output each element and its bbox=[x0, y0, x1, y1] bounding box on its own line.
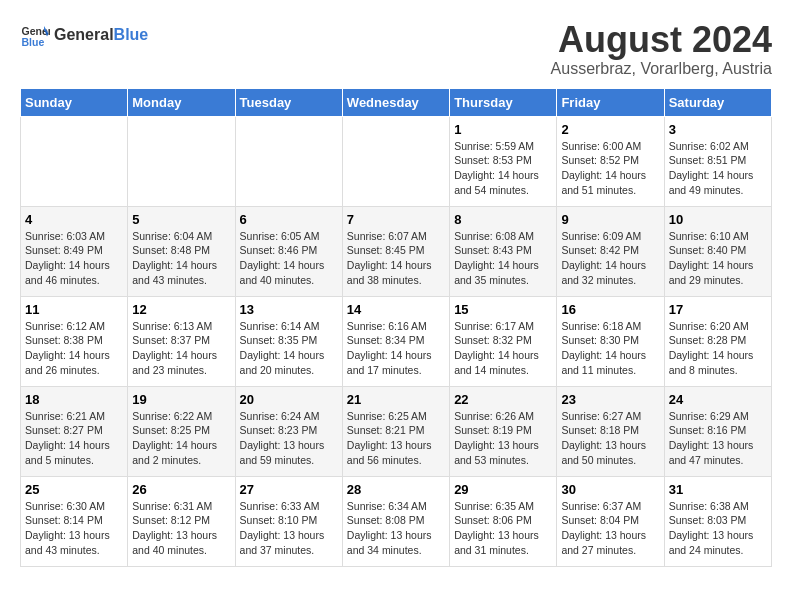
day-cell: 9Sunrise: 6:09 AM Sunset: 8:42 PM Daylig… bbox=[557, 206, 664, 296]
col-header-saturday: Saturday bbox=[664, 88, 771, 116]
day-info: Sunrise: 6:08 AM Sunset: 8:43 PM Dayligh… bbox=[454, 229, 552, 288]
day-cell: 25Sunrise: 6:30 AM Sunset: 8:14 PM Dayli… bbox=[21, 476, 128, 566]
week-row-3: 11Sunrise: 6:12 AM Sunset: 8:38 PM Dayli… bbox=[21, 296, 772, 386]
day-info: Sunrise: 6:14 AM Sunset: 8:35 PM Dayligh… bbox=[240, 319, 338, 378]
col-header-monday: Monday bbox=[128, 88, 235, 116]
day-number: 1 bbox=[454, 122, 552, 137]
day-info: Sunrise: 6:02 AM Sunset: 8:51 PM Dayligh… bbox=[669, 139, 767, 198]
col-header-thursday: Thursday bbox=[450, 88, 557, 116]
day-cell: 2Sunrise: 6:00 AM Sunset: 8:52 PM Daylig… bbox=[557, 116, 664, 206]
day-number: 9 bbox=[561, 212, 659, 227]
col-header-sunday: Sunday bbox=[21, 88, 128, 116]
day-number: 27 bbox=[240, 482, 338, 497]
day-info: Sunrise: 6:04 AM Sunset: 8:48 PM Dayligh… bbox=[132, 229, 230, 288]
page-header: General Blue General Blue August 2024 Au… bbox=[20, 20, 772, 78]
logo-icon: General Blue bbox=[20, 20, 50, 50]
day-info: Sunrise: 6:26 AM Sunset: 8:19 PM Dayligh… bbox=[454, 409, 552, 468]
logo-general-text: General bbox=[54, 26, 114, 44]
day-cell bbox=[21, 116, 128, 206]
day-number: 2 bbox=[561, 122, 659, 137]
day-number: 13 bbox=[240, 302, 338, 317]
day-info: Sunrise: 6:09 AM Sunset: 8:42 PM Dayligh… bbox=[561, 229, 659, 288]
day-info: Sunrise: 6:29 AM Sunset: 8:16 PM Dayligh… bbox=[669, 409, 767, 468]
day-number: 24 bbox=[669, 392, 767, 407]
day-info: Sunrise: 6:35 AM Sunset: 8:06 PM Dayligh… bbox=[454, 499, 552, 558]
day-cell: 15Sunrise: 6:17 AM Sunset: 8:32 PM Dayli… bbox=[450, 296, 557, 386]
logo: General Blue General Blue bbox=[20, 20, 148, 50]
day-info: Sunrise: 6:17 AM Sunset: 8:32 PM Dayligh… bbox=[454, 319, 552, 378]
day-cell: 19Sunrise: 6:22 AM Sunset: 8:25 PM Dayli… bbox=[128, 386, 235, 476]
day-info: Sunrise: 6:25 AM Sunset: 8:21 PM Dayligh… bbox=[347, 409, 445, 468]
day-number: 15 bbox=[454, 302, 552, 317]
day-cell: 13Sunrise: 6:14 AM Sunset: 8:35 PM Dayli… bbox=[235, 296, 342, 386]
day-cell: 5Sunrise: 6:04 AM Sunset: 8:48 PM Daylig… bbox=[128, 206, 235, 296]
logo-blue-text: Blue bbox=[114, 26, 149, 44]
day-number: 31 bbox=[669, 482, 767, 497]
day-number: 7 bbox=[347, 212, 445, 227]
day-info: Sunrise: 6:05 AM Sunset: 8:46 PM Dayligh… bbox=[240, 229, 338, 288]
day-cell: 22Sunrise: 6:26 AM Sunset: 8:19 PM Dayli… bbox=[450, 386, 557, 476]
day-number: 17 bbox=[669, 302, 767, 317]
day-info: Sunrise: 6:12 AM Sunset: 8:38 PM Dayligh… bbox=[25, 319, 123, 378]
week-row-1: 1Sunrise: 5:59 AM Sunset: 8:53 PM Daylig… bbox=[21, 116, 772, 206]
day-number: 4 bbox=[25, 212, 123, 227]
day-info: Sunrise: 6:13 AM Sunset: 8:37 PM Dayligh… bbox=[132, 319, 230, 378]
day-cell: 16Sunrise: 6:18 AM Sunset: 8:30 PM Dayli… bbox=[557, 296, 664, 386]
day-cell: 21Sunrise: 6:25 AM Sunset: 8:21 PM Dayli… bbox=[342, 386, 449, 476]
day-info: Sunrise: 6:21 AM Sunset: 8:27 PM Dayligh… bbox=[25, 409, 123, 468]
day-number: 25 bbox=[25, 482, 123, 497]
day-info: Sunrise: 6:00 AM Sunset: 8:52 PM Dayligh… bbox=[561, 139, 659, 198]
day-info: Sunrise: 6:03 AM Sunset: 8:49 PM Dayligh… bbox=[25, 229, 123, 288]
col-header-tuesday: Tuesday bbox=[235, 88, 342, 116]
day-cell: 1Sunrise: 5:59 AM Sunset: 8:53 PM Daylig… bbox=[450, 116, 557, 206]
calendar-table: SundayMondayTuesdayWednesdayThursdayFrid… bbox=[20, 88, 772, 567]
day-cell: 18Sunrise: 6:21 AM Sunset: 8:27 PM Dayli… bbox=[21, 386, 128, 476]
day-number: 28 bbox=[347, 482, 445, 497]
subtitle: Ausserbraz, Vorarlberg, Austria bbox=[551, 60, 772, 78]
day-info: Sunrise: 6:34 AM Sunset: 8:08 PM Dayligh… bbox=[347, 499, 445, 558]
day-number: 8 bbox=[454, 212, 552, 227]
day-number: 10 bbox=[669, 212, 767, 227]
day-number: 16 bbox=[561, 302, 659, 317]
day-number: 3 bbox=[669, 122, 767, 137]
day-info: Sunrise: 6:10 AM Sunset: 8:40 PM Dayligh… bbox=[669, 229, 767, 288]
col-header-friday: Friday bbox=[557, 88, 664, 116]
day-cell: 20Sunrise: 6:24 AM Sunset: 8:23 PM Dayli… bbox=[235, 386, 342, 476]
day-cell: 10Sunrise: 6:10 AM Sunset: 8:40 PM Dayli… bbox=[664, 206, 771, 296]
day-info: Sunrise: 5:59 AM Sunset: 8:53 PM Dayligh… bbox=[454, 139, 552, 198]
title-block: August 2024 Ausserbraz, Vorarlberg, Aust… bbox=[551, 20, 772, 78]
day-number: 19 bbox=[132, 392, 230, 407]
day-info: Sunrise: 6:07 AM Sunset: 8:45 PM Dayligh… bbox=[347, 229, 445, 288]
day-cell: 28Sunrise: 6:34 AM Sunset: 8:08 PM Dayli… bbox=[342, 476, 449, 566]
day-number: 21 bbox=[347, 392, 445, 407]
day-cell: 11Sunrise: 6:12 AM Sunset: 8:38 PM Dayli… bbox=[21, 296, 128, 386]
day-info: Sunrise: 6:33 AM Sunset: 8:10 PM Dayligh… bbox=[240, 499, 338, 558]
day-info: Sunrise: 6:38 AM Sunset: 8:03 PM Dayligh… bbox=[669, 499, 767, 558]
svg-text:Blue: Blue bbox=[22, 36, 45, 48]
day-info: Sunrise: 6:18 AM Sunset: 8:30 PM Dayligh… bbox=[561, 319, 659, 378]
day-cell: 7Sunrise: 6:07 AM Sunset: 8:45 PM Daylig… bbox=[342, 206, 449, 296]
day-info: Sunrise: 6:37 AM Sunset: 8:04 PM Dayligh… bbox=[561, 499, 659, 558]
week-row-4: 18Sunrise: 6:21 AM Sunset: 8:27 PM Dayli… bbox=[21, 386, 772, 476]
day-number: 5 bbox=[132, 212, 230, 227]
day-number: 11 bbox=[25, 302, 123, 317]
day-cell: 14Sunrise: 6:16 AM Sunset: 8:34 PM Dayli… bbox=[342, 296, 449, 386]
day-info: Sunrise: 6:27 AM Sunset: 8:18 PM Dayligh… bbox=[561, 409, 659, 468]
day-cell: 12Sunrise: 6:13 AM Sunset: 8:37 PM Dayli… bbox=[128, 296, 235, 386]
day-cell: 8Sunrise: 6:08 AM Sunset: 8:43 PM Daylig… bbox=[450, 206, 557, 296]
day-cell bbox=[342, 116, 449, 206]
day-number: 14 bbox=[347, 302, 445, 317]
day-number: 26 bbox=[132, 482, 230, 497]
day-cell: 17Sunrise: 6:20 AM Sunset: 8:28 PM Dayli… bbox=[664, 296, 771, 386]
main-title: August 2024 bbox=[551, 20, 772, 60]
day-number: 29 bbox=[454, 482, 552, 497]
day-cell: 6Sunrise: 6:05 AM Sunset: 8:46 PM Daylig… bbox=[235, 206, 342, 296]
day-cell: 24Sunrise: 6:29 AM Sunset: 8:16 PM Dayli… bbox=[664, 386, 771, 476]
day-cell bbox=[235, 116, 342, 206]
day-cell: 26Sunrise: 6:31 AM Sunset: 8:12 PM Dayli… bbox=[128, 476, 235, 566]
week-row-5: 25Sunrise: 6:30 AM Sunset: 8:14 PM Dayli… bbox=[21, 476, 772, 566]
day-cell: 30Sunrise: 6:37 AM Sunset: 8:04 PM Dayli… bbox=[557, 476, 664, 566]
day-cell bbox=[128, 116, 235, 206]
day-cell: 31Sunrise: 6:38 AM Sunset: 8:03 PM Dayli… bbox=[664, 476, 771, 566]
day-info: Sunrise: 6:24 AM Sunset: 8:23 PM Dayligh… bbox=[240, 409, 338, 468]
